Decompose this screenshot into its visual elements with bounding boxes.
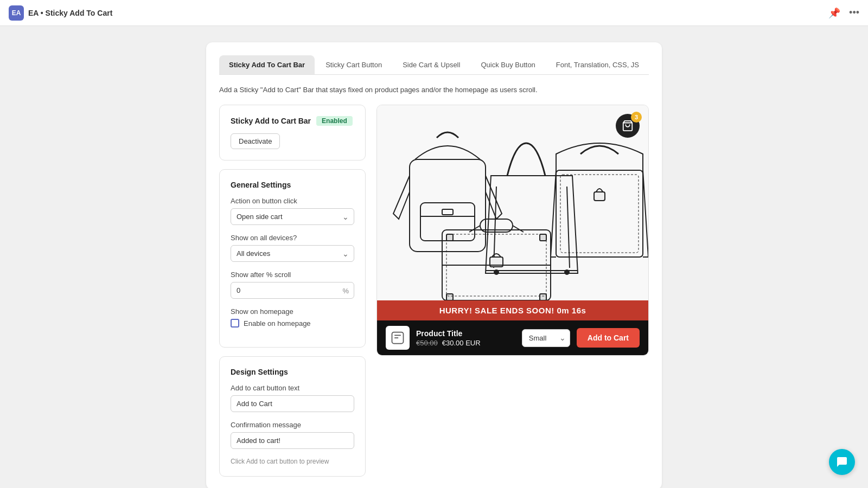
preview-container: 3 HURRY! SALE ENDS SOON! 0m 16s	[376, 105, 649, 356]
tab-font-css[interactable]: Font, Translation, CSS, JS	[546, 55, 649, 74]
scroll-group: Show after % scroll %	[231, 271, 354, 299]
preview-product-area: 3	[377, 105, 648, 300]
page-container: Sticky Add To Cart Bar Sticky Cart Butto…	[206, 42, 662, 488]
product-thumbnail	[386, 326, 410, 350]
top-bar-right: 📌 •••	[828, 7, 859, 19]
tab-side-cart[interactable]: Side Cart & Upsell	[393, 55, 470, 74]
status-card: Sticky Add to Cart Bar Enabled Deactivat…	[219, 105, 366, 160]
product-thumb-icon	[390, 330, 405, 345]
variant-select-wrapper: Small Medium Large	[522, 329, 570, 347]
cart-badge[interactable]: 3	[616, 114, 640, 138]
status-row: Sticky Add to Cart Bar Enabled	[231, 116, 354, 126]
homepage-group: Show on homepage Enable on homepage	[231, 307, 354, 328]
svg-rect-2	[442, 209, 453, 215]
homepage-checkbox[interactable]	[231, 319, 239, 328]
sticky-cart-bar: Product Title €50.00 €30.00 EUR Small Me…	[377, 320, 648, 355]
devices-group: Show on all devices? All devices Desktop…	[231, 234, 354, 262]
tab-quick-buy[interactable]: Quick Buy Button	[471, 55, 545, 74]
design-settings-card: Design Settings Add to cart button text …	[219, 356, 366, 477]
cart-badge-circle: 3	[616, 114, 640, 138]
svg-point-8	[565, 270, 569, 274]
bags-illustration	[377, 105, 648, 300]
more-options-icon[interactable]: •••	[849, 7, 859, 18]
svg-rect-11	[560, 175, 639, 253]
svg-line-13	[643, 170, 648, 257]
homepage-label: Show on homepage	[231, 307, 354, 316]
devices-select[interactable]: All devices Desktop only Mobile only	[231, 245, 354, 262]
svg-rect-22	[446, 234, 453, 241]
action-select-wrapper: Open side cart Go to cart Open mini cart	[231, 208, 354, 225]
status-label: Sticky Add to Cart Bar	[231, 117, 311, 125]
product-prices: €50.00 €30.00 EUR	[416, 339, 515, 347]
button-text-group: Add to cart button text	[231, 384, 354, 412]
button-text-label: Add to cart button text	[231, 384, 354, 392]
cart-icon	[622, 120, 634, 132]
price-sale: €30.00 EUR	[442, 339, 481, 347]
svg-line-19	[513, 226, 524, 232]
action-label: Action on button click	[231, 197, 354, 205]
tab-sticky-cart-button[interactable]: Sticky Cart Button	[316, 55, 392, 74]
app-icon: EA	[9, 5, 24, 21]
svg-rect-23	[540, 234, 546, 241]
svg-rect-24	[446, 294, 453, 300]
top-bar-left: EA EA • Sticky Add To Cart	[9, 5, 112, 21]
action-group: Action on button click Open side cart Go…	[231, 197, 354, 225]
chat-button[interactable]	[829, 449, 855, 475]
general-settings-title: General Settings	[231, 181, 354, 189]
scroll-input[interactable]	[231, 282, 354, 299]
product-info: Product Title €50.00 €30.00 EUR	[416, 329, 515, 347]
cart-count: 3	[631, 112, 642, 123]
status-badge: Enabled	[316, 116, 353, 126]
deactivate-button[interactable]: Deactivate	[231, 133, 280, 149]
scroll-suffix: %	[342, 286, 349, 294]
homepage-checkbox-label: Enable on homepage	[244, 319, 311, 328]
confirmation-group: Confirmation message	[231, 421, 354, 449]
add-to-cart-button[interactable]: Add to Cart	[577, 328, 640, 348]
svg-rect-25	[540, 294, 546, 300]
price-original: €50.00	[416, 339, 438, 347]
confirmation-input[interactable]	[231, 432, 354, 449]
button-text-input[interactable]	[231, 395, 354, 412]
variant-select[interactable]: Small Medium Large	[522, 329, 570, 347]
app-title: EA • Sticky Add To Cart	[28, 9, 112, 17]
product-title: Product Title	[416, 329, 515, 338]
svg-line-12	[551, 170, 556, 257]
devices-label: Show on all devices?	[231, 234, 354, 242]
svg-line-5	[567, 187, 570, 268]
two-col-layout: Sticky Add to Cart Bar Enabled Deactivat…	[219, 105, 649, 477]
scroll-label: Show after % scroll	[231, 271, 354, 279]
action-select[interactable]: Open side cart Go to cart Open mini cart	[231, 208, 354, 225]
chat-icon	[835, 455, 848, 468]
design-settings-title: Design Settings	[231, 368, 354, 376]
top-bar: EA EA • Sticky Add To Cart 📌 •••	[0, 0, 868, 26]
left-column: Sticky Add to Cart Bar Enabled Deactivat…	[219, 105, 366, 477]
helper-text: Click Add to cart button to preview	[231, 458, 354, 465]
devices-select-wrapper: All devices Desktop only Mobile only	[231, 245, 354, 262]
main-content: Sticky Add To Cart Bar Sticky Cart Butto…	[0, 26, 868, 488]
pin-icon[interactable]: 📌	[828, 7, 840, 19]
general-settings-card: General Settings Action on button click …	[219, 169, 366, 348]
scroll-input-wrapper: %	[231, 282, 354, 299]
svg-point-7	[494, 270, 499, 274]
page-description: Add a Sticky "Add to Cart" Bar that stay…	[219, 86, 649, 94]
right-column: 3 HURRY! SALE ENDS SOON! 0m 16s	[376, 105, 649, 477]
tabs-bar: Sticky Add To Cart Bar Sticky Cart Butto…	[219, 55, 649, 75]
homepage-checkbox-row: Enable on homepage	[231, 319, 354, 328]
svg-rect-10	[594, 192, 605, 201]
confirmation-label: Confirmation message	[231, 421, 354, 429]
countdown-bar: HURRY! SALE ENDS SOON! 0m 16s	[377, 300, 648, 320]
tab-sticky-bar[interactable]: Sticky Add To Cart Bar	[219, 55, 315, 74]
